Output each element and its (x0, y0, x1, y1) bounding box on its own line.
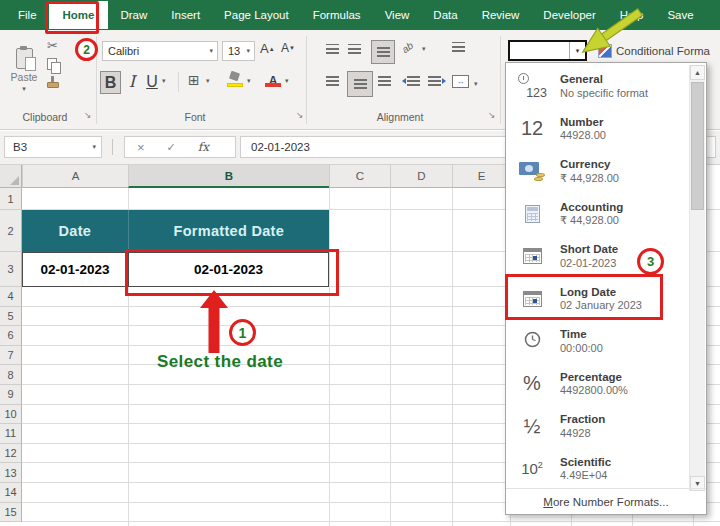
row-header-5[interactable]: 5 (0, 307, 22, 327)
grid-vline (329, 188, 330, 526)
format-option-name: Currency (560, 157, 619, 171)
row-header-3[interactable]: 3 (0, 252, 22, 287)
row-header-11[interactable]: 11 (0, 424, 22, 444)
paste-dropdown-icon: ▾ (22, 85, 26, 93)
merge-center-dropdown-icon[interactable]: ▾ (474, 80, 478, 88)
formula-bar-separator (112, 139, 113, 155)
scroll-down-icon: ▼ (694, 480, 701, 487)
scientific-icon: 102 (521, 460, 543, 477)
long-date-annotation-box (505, 274, 663, 320)
alignment-group-label: Alignment (355, 111, 445, 123)
column-header-b[interactable]: B (128, 165, 329, 188)
format-option-text: Currency₹ 44,928.00 (560, 157, 619, 185)
red-up-arrow (198, 288, 232, 356)
formula-buttons: × ✓ fx (124, 136, 236, 158)
format-option-currency[interactable]: Currency₹ 44,928.00 (506, 150, 688, 193)
format-icon-box (510, 205, 554, 223)
format-option-text: Short Date02-01-2023 (560, 242, 618, 270)
cell-a3[interactable]: 02-01-2023 (22, 252, 128, 287)
column-header-e[interactable]: E (452, 165, 510, 188)
align-center-icon (354, 79, 367, 89)
table-header-row: Date Formatted Date (22, 210, 329, 252)
fraction-icon: ½ (524, 415, 541, 438)
column-header-d[interactable]: D (390, 165, 452, 188)
step-1-badge: 1 (229, 319, 256, 346)
enter-icon[interactable]: ✓ (167, 141, 176, 154)
format-option-example: 00:00:00 (560, 342, 603, 356)
row-header-14[interactable]: 14 (0, 483, 22, 503)
b3-annotation-box (125, 249, 339, 296)
alignment-dialog-launcher-icon[interactable]: ↘ (488, 110, 496, 120)
format-option-number[interactable]: 12Number44928.00 (506, 108, 688, 151)
format-icon-box: 102 (510, 460, 554, 477)
format-option-percentage[interactable]: %Percentage4492800.00% (506, 363, 688, 406)
select-all-corner[interactable] (0, 165, 22, 188)
format-option-text: Number44928.00 (560, 115, 606, 143)
cell-a2[interactable]: Date (22, 210, 129, 252)
column-header-a[interactable]: A (22, 165, 128, 188)
more-number-formats-item[interactable]: More Number Formats... (506, 488, 706, 514)
format-option-text: Accounting₹ 44,928.00 (560, 200, 623, 228)
format-option-name: Time (560, 327, 603, 341)
format-icon-box: % (510, 372, 554, 395)
format-option-text: Scientific4.49E+04 (560, 455, 611, 483)
format-option-example: 02-01-2023 (560, 257, 618, 271)
format-option-scientific[interactable]: 102Scientific4.49E+04 (506, 448, 688, 491)
format-option-example: ₹ 44,928.00 (560, 214, 623, 228)
format-option-name: Accounting (560, 200, 623, 214)
row-header-9[interactable]: 9 (0, 385, 22, 405)
name-box-value: B3 (5, 141, 92, 153)
clipboard-dialog-launcher-icon[interactable]: ↘ (84, 110, 92, 120)
row-header-10[interactable]: 10 (0, 405, 22, 425)
format-icon-box (510, 162, 554, 181)
scrollbar-thumb[interactable] (691, 82, 704, 210)
clock-icon (524, 331, 541, 352)
format-option-example: 44928.00 (560, 129, 606, 143)
grid-hline (22, 521, 720, 522)
row-header-15[interactable]: 15 (0, 503, 22, 523)
percent-icon: % (523, 372, 541, 395)
font-group-label: Font (150, 111, 240, 123)
format-painter-icon (47, 82, 59, 88)
format-option-example: No specific format (560, 87, 648, 101)
currency-icon (519, 162, 545, 181)
cell-b2[interactable]: Formatted Date (129, 210, 329, 252)
more-formats-accelerator: M (543, 496, 553, 508)
cancel-icon[interactable]: × (137, 140, 145, 155)
calendar-icon (523, 248, 542, 264)
name-box-dropdown-icon[interactable]: ▾ (92, 143, 101, 151)
row-header-2[interactable]: 2 (0, 210, 22, 252)
format-option-example: 4492800.00% (560, 384, 628, 398)
row-header-13[interactable]: 13 (0, 463, 22, 483)
format-icon-box (510, 331, 554, 352)
grid-vline (390, 188, 391, 526)
format-option-name: Number (560, 115, 606, 129)
calculator-icon (525, 205, 540, 223)
grid-vline (452, 188, 453, 526)
format-option-name: Percentage (560, 370, 628, 384)
format-option-name: Scientific (560, 455, 611, 469)
insert-function-icon[interactable]: fx (198, 140, 209, 154)
row-header-8[interactable]: 8 (0, 365, 22, 385)
format-option-example: ₹ 44,928.00 (560, 172, 619, 186)
excel-window: FileHomeDrawInsertPage LayoutFormulasVie… (0, 0, 720, 526)
step-3-badge: 3 (637, 248, 664, 275)
format-icon-box: ½ (510, 415, 554, 438)
format-option-example: 44928 (560, 427, 605, 441)
format-option-text: Percentage4492800.00% (560, 370, 628, 398)
format-option-name: Short Date (560, 242, 618, 256)
row-header-4[interactable]: 4 (0, 287, 22, 307)
dropdown-scrollbar[interactable]: ▲ ▼ (689, 65, 705, 491)
row-header-6[interactable]: 6 (0, 326, 22, 346)
row-header-1[interactable]: 1 (0, 188, 22, 210)
format-option-time[interactable]: Time00:00:00 (506, 320, 688, 363)
font-dialog-launcher-icon[interactable]: ↘ (296, 110, 304, 120)
column-header-c[interactable]: C (329, 165, 390, 188)
yellow-arrow-to-number-format (0, 0, 720, 80)
row-header-7[interactable]: 7 (0, 346, 22, 366)
name-box[interactable]: B3 ▾ (4, 136, 102, 158)
format-option-accounting[interactable]: Accounting₹ 44,928.00 (506, 193, 688, 236)
clipboard-group-label: Clipboard (4, 111, 86, 123)
row-header-12[interactable]: 12 (0, 444, 22, 464)
format-option-fraction[interactable]: ½Fraction44928 (506, 405, 688, 448)
